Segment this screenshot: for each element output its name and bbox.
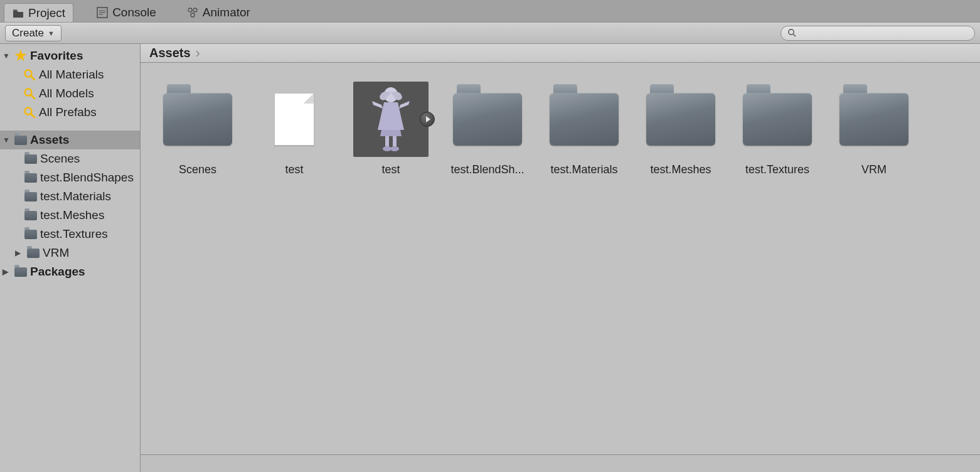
expand-arrow-icon[interactable]: ▼	[3, 51, 11, 60]
expand-arrow-icon[interactable]: ▶	[15, 249, 24, 257]
folder-icon	[740, 82, 815, 157]
asset-item-materials[interactable]: test.Materials	[546, 82, 622, 176]
tab-project-label: Project	[28, 6, 65, 20]
search-icon	[23, 105, 36, 119]
file-icon	[257, 82, 332, 157]
tree-item-label: VRM	[43, 246, 69, 260]
folder-icon	[26, 246, 40, 260]
expand-arrow-icon[interactable]: ▼	[3, 136, 11, 144]
tab-project[interactable]: Project	[4, 3, 73, 22]
create-button-label: Create	[12, 27, 44, 40]
tree-item-materials[interactable]: test.Materials	[0, 187, 140, 206]
svg-point-4	[188, 8, 192, 12]
asset-item-label: test.Materials	[550, 163, 617, 176]
folder-tree: ▼ ★ Favorites All Materials All Models A…	[0, 44, 141, 472]
asset-item-textures[interactable]: test.Textures	[739, 82, 816, 176]
folder-icon	[24, 208, 38, 222]
asset-item-test-file[interactable]: test	[256, 82, 333, 176]
tree-fav-all-models[interactable]: All Models	[0, 84, 140, 103]
asset-item-scenes[interactable]: Scenes	[159, 82, 236, 176]
svg-line-12	[31, 95, 35, 99]
tab-animator[interactable]: Animator	[179, 3, 258, 22]
tree-item-textures[interactable]: test.Textures	[0, 225, 140, 244]
tree-item-label: test.Textures	[40, 227, 108, 241]
folder-icon	[24, 171, 38, 185]
asset-grid[interactable]: Scenes test	[141, 63, 980, 454]
folder-icon	[14, 265, 28, 279]
search-icon	[23, 68, 36, 82]
svg-point-18	[383, 146, 391, 151]
tree-item-label: All Materials	[39, 68, 104, 82]
search-input[interactable]	[800, 28, 968, 39]
folder-icon	[14, 133, 28, 147]
console-icon	[96, 6, 109, 19]
animator-icon	[186, 6, 199, 19]
folder-icon	[546, 82, 622, 157]
folder-icon	[160, 82, 235, 157]
asset-item-label: Scenes	[179, 163, 216, 176]
tree-item-label: All Prefabs	[39, 105, 97, 119]
asset-item-label: test	[381, 163, 400, 176]
folder-icon	[643, 82, 718, 157]
search-icon	[23, 87, 36, 100]
folder-icon	[450, 82, 525, 157]
tree-fav-all-materials[interactable]: All Materials	[0, 65, 140, 84]
asset-item-label: test.BlendSh...	[450, 163, 524, 176]
tree-favorites-label: Favorites	[30, 49, 83, 63]
project-icon	[12, 7, 24, 19]
svg-line-10	[31, 76, 35, 80]
asset-item-blendshapes[interactable]: test.BlendSh...	[449, 82, 526, 176]
star-icon: ★	[14, 49, 28, 63]
search-icon	[787, 28, 796, 39]
asset-item-label: test.Meshes	[650, 163, 711, 176]
tree-assets-label: Assets	[30, 133, 69, 147]
project-toolbar: Create ▼	[0, 23, 980, 44]
tree-item-blendshapes[interactable]: test.BlendShapes	[0, 168, 140, 187]
tree-item-label: test.Materials	[40, 190, 111, 203]
create-button[interactable]: Create ▼	[5, 25, 61, 41]
folder-icon	[836, 82, 912, 157]
breadcrumb: Assets ›	[141, 44, 980, 63]
status-bar	[141, 454, 980, 472]
asset-item-label: test	[285, 163, 303, 176]
svg-point-6	[191, 13, 194, 17]
expand-arrow-icon[interactable]: ▶	[3, 267, 11, 276]
asset-item-vrm[interactable]: VRM	[836, 82, 912, 176]
tree-item-label: test.BlendShapes	[40, 171, 134, 185]
tab-animator-label: Animator	[203, 6, 250, 19]
play-badge-icon[interactable]	[420, 112, 435, 127]
svg-line-8	[793, 34, 796, 36]
svg-point-19	[390, 146, 399, 151]
asset-item-meshes[interactable]: test.Meshes	[642, 82, 719, 176]
svg-point-7	[789, 29, 794, 34]
folder-icon	[24, 227, 38, 241]
asset-item-label: test.Textures	[745, 163, 809, 176]
prefab-thumbnail	[353, 82, 429, 157]
tree-item-label: All Models	[39, 87, 94, 100]
svg-rect-16	[385, 136, 389, 146]
character-thumbnail-icon	[369, 86, 413, 153]
tree-item-label: Scenes	[40, 152, 80, 166]
tab-console[interactable]: Console	[88, 3, 164, 22]
svg-line-14	[31, 114, 35, 117]
tree-favorites[interactable]: ▼ ★ Favorites	[0, 46, 140, 65]
tree-item-scenes[interactable]: Scenes	[0, 149, 140, 168]
asset-item-label: VRM	[861, 163, 887, 176]
tree-packages[interactable]: ▶ Packages	[0, 262, 140, 281]
chevron-right-icon: ›	[196, 45, 200, 62]
svg-point-5	[193, 8, 197, 12]
breadcrumb-root[interactable]: Assets	[149, 46, 191, 60]
tree-fav-all-prefabs[interactable]: All Prefabs	[0, 103, 140, 122]
folder-icon	[24, 190, 38, 203]
tree-assets[interactable]: ▼ Assets	[0, 131, 140, 149]
tree-item-meshes[interactable]: test.Meshes	[0, 206, 140, 225]
asset-item-test-prefab[interactable]: test	[353, 82, 429, 176]
tree-item-vrm[interactable]: ▶ VRM	[0, 244, 140, 262]
tab-console-label: Console	[112, 6, 156, 19]
tree-item-label: test.Meshes	[40, 208, 104, 222]
folder-icon	[24, 152, 38, 166]
dropdown-caret-icon: ▼	[48, 30, 55, 37]
tree-packages-label: Packages	[30, 265, 85, 279]
panel-tabs: Project Console Animator	[0, 0, 980, 23]
search-field[interactable]	[780, 26, 975, 41]
